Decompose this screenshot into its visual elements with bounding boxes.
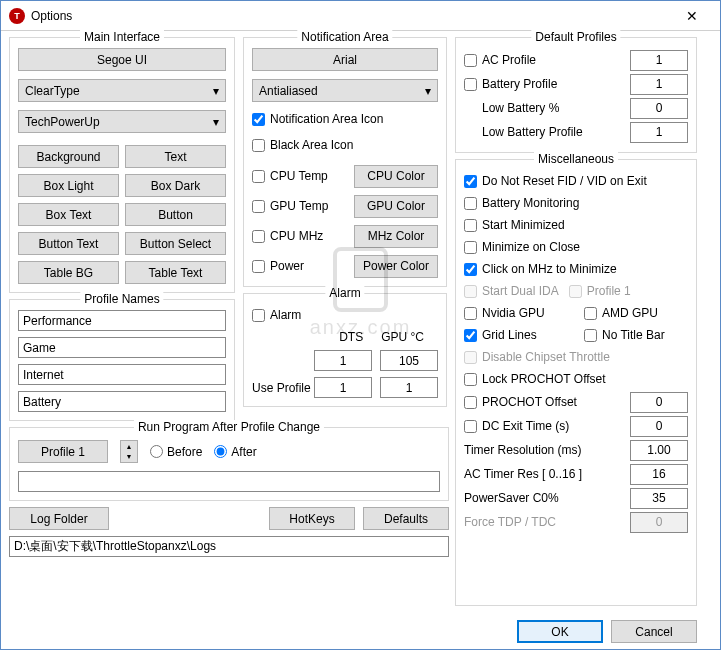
chipset-chk: Disable Chipset Throttle (464, 346, 688, 368)
close-button[interactable]: ✕ (672, 3, 712, 29)
alarm-group: Alarm Alarm DTSGPU °C Use Profile (243, 293, 447, 407)
notif-font-btn[interactable]: Arial (252, 48, 438, 71)
bg-btn[interactable]: Background (18, 145, 119, 168)
cpu-mhz-chk[interactable]: CPU MHz (252, 225, 323, 247)
power-color-btn[interactable]: Power Color (354, 255, 438, 278)
profile1-chk: Profile 1 (569, 280, 631, 302)
no-reset-chk[interactable]: Do Not Reset FID / VID on Exit (464, 170, 688, 192)
cpu-color-btn[interactable]: CPU Color (354, 165, 438, 188)
start-min-chk[interactable]: Start Minimized (464, 214, 688, 236)
buttonsel-btn[interactable]: Button Select (125, 232, 226, 255)
main-interface-group: Main Interface Segoe UI ClearType▾ TechP… (9, 37, 235, 293)
cancel-button[interactable]: Cancel (611, 620, 697, 643)
min-close-chk[interactable]: Minimize on Close (464, 236, 688, 258)
chevron-down-icon: ▾ (213, 115, 219, 129)
use-dts-input[interactable] (314, 377, 372, 398)
boxtext-btn[interactable]: Box Text (18, 203, 119, 226)
black-icon-chk[interactable]: Black Area Icon (252, 134, 438, 156)
ok-button[interactable]: OK (517, 620, 603, 643)
use-gpu-input[interactable] (380, 377, 438, 398)
boxlight-btn[interactable]: Box Light (18, 174, 119, 197)
alarm-chk[interactable]: Alarm (252, 304, 438, 326)
lock-prochot-chk[interactable]: Lock PROCHOT Offset (464, 368, 688, 390)
profile-spinner[interactable]: ▲▼ (120, 440, 138, 463)
after-radio[interactable]: After (214, 445, 256, 459)
dts-input[interactable] (314, 350, 372, 371)
theme-select[interactable]: TechPowerUp▾ (18, 110, 226, 133)
notification-group: Notification Area Arial Antialiased▾ Not… (243, 37, 447, 287)
profile-3-input[interactable] (18, 364, 226, 385)
default-profiles-group: Default Profiles AC Profile Battery Prof… (455, 37, 697, 153)
force-tdp-val (630, 512, 688, 533)
power-chk[interactable]: Power (252, 255, 304, 277)
button-btn[interactable]: Button (125, 203, 226, 226)
notitle-chk[interactable]: No Title Bar (584, 324, 665, 346)
profile-names-group: Profile Names (9, 299, 235, 421)
dc-exit-chk[interactable]: DC Exit Time (s) (464, 415, 569, 437)
bat-profile-val[interactable] (630, 74, 688, 95)
render-select[interactable]: ClearType▾ (18, 79, 226, 102)
font-button[interactable]: Segoe UI (18, 48, 226, 71)
run-after-group: Run Program After Profile Change Profile… (9, 427, 449, 501)
lowbat-profile-val[interactable] (630, 122, 688, 143)
app-icon: T (9, 8, 25, 24)
profile-2-input[interactable] (18, 337, 226, 358)
nvidia-chk[interactable]: Nvidia GPU (464, 302, 574, 324)
misc-group: Miscellaneous Do Not Reset FID / VID on … (455, 159, 697, 606)
gpuc-input[interactable] (380, 350, 438, 371)
gridlines-chk[interactable]: Grid Lines (464, 324, 574, 346)
chevron-down-icon: ▾ (425, 84, 431, 98)
dc-exit-val[interactable] (630, 416, 688, 437)
timer-res-val[interactable] (630, 440, 688, 461)
ac-profile-chk[interactable]: AC Profile (464, 49, 536, 71)
amd-chk[interactable]: AMD GPU (584, 302, 658, 324)
chevron-down-icon: ▾ (213, 84, 219, 98)
prochot-offset-val[interactable] (630, 392, 688, 413)
tabletext-btn[interactable]: Table Text (125, 261, 226, 284)
tablebg-btn[interactable]: Table BG (18, 261, 119, 284)
prochot-offset-chk[interactable]: PROCHOT Offset (464, 391, 577, 413)
powersaver-val[interactable] (630, 488, 688, 509)
click-mhz-chk[interactable]: Click on MHz to Minimize (464, 258, 688, 280)
boxdark-btn[interactable]: Box Dark (125, 174, 226, 197)
run-path-input[interactable] (18, 471, 440, 492)
mhz-color-btn[interactable]: MHz Color (354, 225, 438, 248)
lowbat-pct-val[interactable] (630, 98, 688, 119)
profile-1-input[interactable] (18, 310, 226, 331)
gpu-temp-chk[interactable]: GPU Temp (252, 195, 328, 217)
notif-render-select[interactable]: Antialiased▾ (252, 79, 438, 102)
profile-select-btn[interactable]: Profile 1 (18, 440, 108, 463)
log-folder-btn[interactable]: Log Folder (9, 507, 109, 530)
ac-timer-val[interactable] (630, 464, 688, 485)
ac-profile-val[interactable] (630, 50, 688, 71)
window-title: Options (31, 9, 672, 23)
buttontext-btn[interactable]: Button Text (18, 232, 119, 255)
text-btn[interactable]: Text (125, 145, 226, 168)
notif-icon-chk[interactable]: Notification Area Icon (252, 108, 438, 130)
profile-4-input[interactable] (18, 391, 226, 412)
cpu-temp-chk[interactable]: CPU Temp (252, 165, 328, 187)
bat-profile-chk[interactable]: Battery Profile (464, 73, 557, 95)
before-radio[interactable]: Before (150, 445, 202, 459)
bat-mon-chk[interactable]: Battery Monitoring (464, 192, 688, 214)
dual-ida-chk: Start Dual IDA (464, 280, 559, 302)
gpu-color-btn[interactable]: GPU Color (354, 195, 438, 218)
